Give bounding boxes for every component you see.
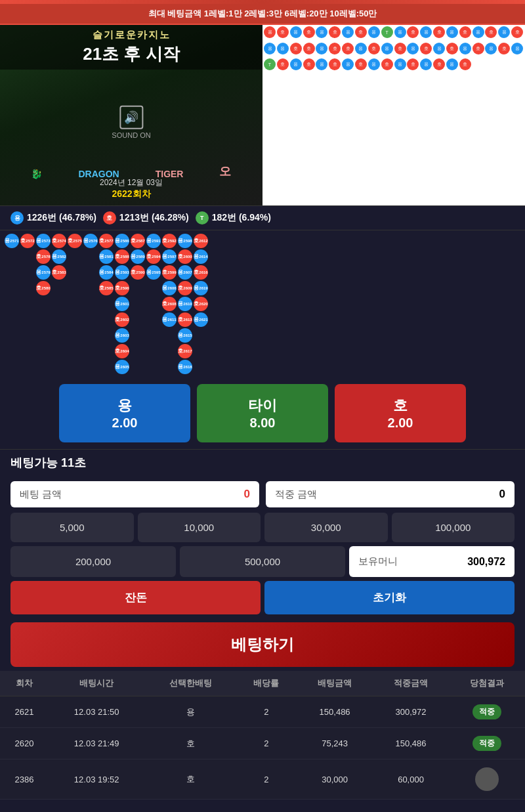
round-dot: 용2591 [146, 234, 161, 248]
col-odds: 배당률 [236, 671, 297, 696]
chart-dot: 용 [316, 26, 327, 38]
round-dot: 용2621 [194, 312, 208, 327]
chart-dot: 용 [368, 26, 380, 38]
chart-dot: 호 [342, 43, 354, 54]
clear-button[interactable]: 초기화 [264, 581, 514, 614]
chart-dot: 용 [394, 26, 406, 38]
round-dot: 용2579 [36, 265, 51, 280]
history-section: 회차 배팅시간 선택한배팅 배당률 배팅금액 적중금액 당첨결과 2621 12… [0, 671, 525, 810]
dragon-bet-name: 용 [66, 396, 184, 416]
chart-dot: 용 [394, 58, 406, 70]
tie-bet-button[interactable]: 타이 8.00 [197, 384, 328, 442]
video-panel: 슬기로운카지노 21초 후 시작 🔊 SOUND ON 🐉 DRAGON TIG… [0, 25, 262, 205]
table-row: 2621 12.03 21:50 용 2 150,486 300,972 적중 [0, 696, 525, 728]
round-dot: 용2576 [83, 234, 98, 248]
chart-dot: 용 [511, 43, 523, 54]
round-dot: 호2572 [20, 234, 35, 248]
round-dot: 용2611 [162, 312, 177, 327]
round-dot: 호2575 [68, 234, 82, 248]
cell-time: 12.03 21:50 [49, 696, 144, 728]
round-dot: 용2601 [115, 297, 129, 311]
chart-dot: 호 [303, 58, 315, 70]
chart-dot: T [381, 26, 393, 38]
round-dot: 호2602 [115, 312, 129, 327]
round-dot: 용2584 [99, 265, 114, 280]
col-win-amount: 적중금액 [373, 671, 449, 696]
round-dot: 용2571 [5, 234, 19, 248]
chart-dot: 용 [316, 43, 327, 54]
chart-dot-empty [485, 58, 497, 74]
reset-button[interactable]: 잔돈 [10, 581, 261, 614]
col-time: 배팅시간 [49, 671, 144, 696]
chart-dot: 호 [329, 26, 341, 38]
round-dot: 호2620 [194, 297, 208, 311]
chart-dot: 호 [433, 58, 445, 70]
cell-odds: 2 [236, 696, 297, 728]
cell-time: 12.03 19:52 [49, 759, 144, 800]
chip-30000[interactable]: 30,000 [264, 513, 388, 542]
chart-dot: 호 [355, 26, 367, 38]
chart-dot: 용 [368, 58, 380, 70]
banner-text: 최대 베팅금액 1레벨:1만 2레벨:3만 6레벨:20만 10레벨:50만 [148, 9, 377, 18]
chip-5000[interactable]: 5,000 [10, 513, 134, 542]
round-dot: 호2608 [162, 297, 177, 311]
cell-time: 12.03 21:49 [49, 728, 144, 759]
chart-dot: 용 [420, 26, 432, 38]
dragon-stat-text: 1226번 (46.78%) [27, 212, 96, 224]
cell-win: 60,000 [373, 759, 449, 800]
chip-200000[interactable]: 200,000 [10, 546, 176, 577]
round-dot: 호2590 [131, 265, 145, 280]
casino-name: 슬기로운카지노 [7, 29, 256, 41]
bet-status-text: 베팅가능 11초 [10, 456, 86, 469]
bet-buttons-row: 용 2.00 타이 8.00 호 2.00 [0, 377, 525, 449]
cell-bet: 호 [144, 728, 236, 759]
round-dot: 호2596 [115, 281, 129, 295]
round-dot: 호2612 [194, 234, 208, 248]
chip-10000[interactable]: 10,000 [138, 513, 261, 542]
round-num: 2622회차 [0, 188, 262, 200]
round-dot: 호2600 [178, 249, 192, 264]
col-result: 당첨결과 [449, 671, 525, 696]
round-dot: 용2603 [115, 328, 129, 343]
round-dot: 용2573 [36, 234, 51, 248]
cell-odds: 2 [236, 728, 297, 759]
round-dot: 호2577 [99, 234, 114, 248]
chart-dot-empty [472, 58, 485, 74]
tie-bet-name: 타이 [203, 396, 322, 416]
chart-dot: 호 [498, 43, 510, 54]
win-badge: 적중 [472, 736, 501, 751]
dragon-bet-button[interactable]: 용 2.00 [59, 384, 190, 442]
round-dot: 용2606 [162, 281, 177, 295]
round-dot: 용2615 [178, 328, 192, 343]
chart-dot: 용 [433, 43, 445, 54]
date-area: 2024년 12월 03일 2622회차 [0, 177, 262, 200]
date-text: 2024년 12월 03일 [0, 177, 262, 188]
main-bet-button[interactable]: 베팅하기 [10, 622, 514, 667]
round-dot: 호2580 [36, 281, 51, 295]
countdown-text: 21초 후 시작 [7, 43, 256, 66]
tiger-bet-name: 호 [341, 396, 459, 416]
chart-dot: 용 [316, 58, 327, 70]
sound-icon[interactable]: 🔊 [119, 105, 143, 129]
stats-row: 용 1226번 (46.78%) 호 1213번 (46.28%) T 182번… [0, 205, 525, 230]
table-row: 2620 12.03 21:49 호 2 75,243 150,486 적중 [0, 728, 525, 759]
col-amount: 배팅금액 [297, 671, 373, 696]
cell-round: 2386 [0, 759, 49, 800]
chart-dot: 호 [277, 58, 289, 70]
round-dot: 호2609 [178, 281, 192, 295]
tiger-bet-button[interactable]: 호 2.00 [335, 384, 466, 442]
cell-win: 150,486 [373, 728, 449, 759]
chart-dot: 호 [446, 43, 458, 54]
round-dot: 호2613 [178, 312, 192, 327]
cell-round: 2621 [0, 696, 49, 728]
history-table: 회차 배팅시간 선택한배팅 배당률 배팅금액 적중금액 당첨결과 2621 12… [0, 671, 525, 800]
round-dot: 용2595 [146, 265, 161, 280]
balance-value: 300,972 [467, 556, 505, 568]
round-dot: 호2599 [162, 265, 177, 280]
chart-dot: 호 [394, 43, 406, 54]
tiger-stat-icon: 호 [103, 211, 116, 224]
top-banner: 최대 베팅금액 1레벨:1만 2레벨:3만 6레벨:20만 10레벨:50만 [0, 4, 525, 25]
chip-100000[interactable]: 100,000 [392, 513, 515, 542]
chip-500000[interactable]: 500,000 [180, 546, 345, 577]
chart-dot: 용 [342, 26, 354, 38]
